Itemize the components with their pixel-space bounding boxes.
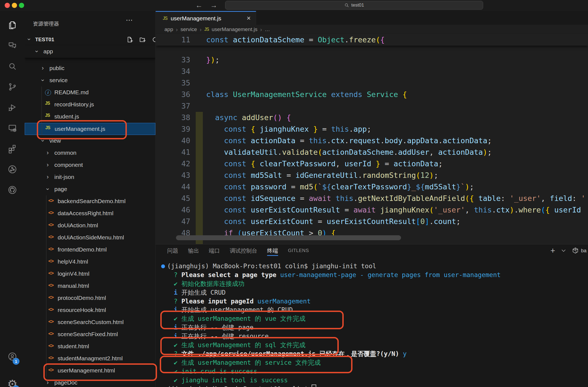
close-window-button[interactable] bbox=[5, 3, 10, 8]
tree-item-service[interactable]: ›service bbox=[25, 74, 155, 87]
indent-guide bbox=[46, 195, 46, 208]
code-line-45[interactable]: 45 const idSequence = await this.getNext… bbox=[156, 193, 588, 204]
activity-chat-icon[interactable] bbox=[0, 37, 25, 54]
panel-tab-输出[interactable]: 输出 bbox=[188, 244, 199, 257]
chevron-right-icon: › bbox=[47, 162, 49, 168]
tree-item-common[interactable]: ›common bbox=[25, 147, 155, 159]
line-number: 44 bbox=[156, 181, 190, 193]
shell-label: ba bbox=[581, 248, 587, 254]
activity-settings-icon[interactable]: ⚙1 bbox=[0, 375, 25, 387]
terminal-dropdown-icon[interactable] bbox=[561, 249, 566, 252]
tree-item-backendSearchDemo-html[interactable]: <>backendSearchDemo.html bbox=[25, 195, 155, 208]
code-line-34[interactable]: 34 bbox=[156, 66, 588, 77]
indent-guide bbox=[46, 232, 46, 244]
minimize-window-button[interactable] bbox=[12, 3, 17, 8]
breadcrumb[interactable]: app›service›JSuserManagement.js›… bbox=[164, 25, 270, 34]
line-number: 47 bbox=[156, 216, 190, 227]
tree-item-public[interactable]: ›public bbox=[25, 62, 155, 74]
annotation-box-usermanagement-js bbox=[37, 120, 127, 139]
activity-run-debug-icon[interactable] bbox=[0, 99, 25, 116]
code-line-42[interactable]: 42 const { clearTextPassword, userId } =… bbox=[156, 158, 588, 170]
tree-item-helpV4-html[interactable]: <>helpV4.html bbox=[25, 256, 155, 268]
panel-tab-端口[interactable]: 端口 bbox=[209, 244, 220, 257]
panel-tab-终端[interactable]: 终端 bbox=[267, 244, 278, 257]
code-line-46[interactable]: 46 const userExistCountResult = await ji… bbox=[156, 204, 588, 216]
terminal-instance-item[interactable]: $ ba bbox=[572, 247, 587, 254]
tree-item-studentManagment2-html[interactable]: <>studentManagment2.html bbox=[25, 353, 155, 365]
indent-guide bbox=[46, 328, 46, 341]
tree-item-resourceHook-html[interactable]: <>resourceHook.html bbox=[25, 304, 155, 316]
new-terminal-button[interactable]: + bbox=[550, 246, 555, 255]
panel-actions: + $ ba bbox=[550, 244, 587, 257]
navigate-forward-button[interactable]: → bbox=[210, 0, 217, 10]
tree-item-README-md[interactable]: iREADME.md bbox=[25, 87, 155, 99]
chevron-down-icon: › bbox=[45, 188, 51, 190]
command-decoration-dot[interactable] bbox=[161, 264, 165, 268]
tree-item-loginV4-html[interactable]: <>loginV4.html bbox=[25, 268, 155, 280]
indent-guide bbox=[46, 220, 46, 232]
tree-item-init-json[interactable]: ›init-json bbox=[25, 171, 155, 183]
tree-item-sceneSearchCustom-html[interactable]: <>sceneSearchCustom.html bbox=[25, 316, 155, 328]
html-file-icon: <> bbox=[48, 319, 53, 325]
tree-item-page[interactable]: ›page bbox=[25, 183, 155, 195]
code-line-35[interactable]: 35 bbox=[156, 77, 588, 89]
code-line-38[interactable]: 38 async addUser() { bbox=[156, 112, 588, 123]
tree-item-doUiAction-html[interactable]: <>doUiAction.html bbox=[25, 220, 155, 232]
title-bar: ← → test01 bbox=[0, 0, 588, 11]
tree-item-sceneSearchFixed-html[interactable]: <>sceneSearchFixed.html bbox=[25, 328, 155, 341]
tree-item-frontendDemo-html[interactable]: <>frontendDemo.html bbox=[25, 244, 155, 256]
code-line-41[interactable]: 41 validateUtil.validate(actionDataSchem… bbox=[156, 146, 588, 158]
activity-source-control-icon[interactable] bbox=[0, 78, 25, 95]
html-file-icon: <> bbox=[48, 306, 53, 313]
breadcrumb-item[interactable]: service bbox=[180, 26, 197, 32]
terminal-line: i 开始生成 CRUD bbox=[156, 288, 588, 297]
terminal-line: ✔ jianghu init tool is success bbox=[156, 376, 588, 385]
terminal-line: ? Please input pageId userManagement bbox=[156, 297, 588, 306]
breadcrumb-item[interactable]: app bbox=[164, 26, 173, 32]
breadcrumb-tail[interactable]: … bbox=[265, 26, 270, 32]
tree-item-student-html[interactable]: <>student.html bbox=[25, 341, 155, 353]
panel-tab-问题[interactable]: 问题 bbox=[167, 244, 178, 257]
breadcrumb-item[interactable]: userManagement.js bbox=[212, 26, 257, 32]
horizontal-scrollbar[interactable] bbox=[176, 235, 401, 240]
code-line-33[interactable]: 33}); bbox=[156, 54, 588, 66]
code-line-44[interactable]: 44 const password = md5(`${clearTextPass… bbox=[156, 181, 588, 193]
sticky-scroll-line[interactable]: 11const actionDataScheme = Object.freeze… bbox=[156, 34, 588, 46]
close-tab-icon[interactable]: ✕ bbox=[247, 15, 251, 21]
code-line-47[interactable]: 47 const userExistCount = userExistCount… bbox=[156, 216, 588, 227]
chevron-right-icon: › bbox=[47, 174, 49, 180]
html-file-icon: <> bbox=[48, 331, 53, 337]
tree-item-doUiActionSideMenu-html[interactable]: <>doUiActionSideMenu.html bbox=[25, 232, 155, 244]
zoom-window-button[interactable] bbox=[19, 3, 24, 8]
activity-extensions-icon[interactable] bbox=[0, 140, 25, 157]
tab-usermanagement-js[interactable]: JS userManagement.js ✕ bbox=[156, 11, 256, 25]
line-number: 39 bbox=[156, 123, 190, 135]
html-file-icon: <> bbox=[48, 282, 53, 288]
tree-item-recordHistory-js[interactable]: JSrecordHistory.js bbox=[25, 99, 155, 111]
tree-item-component[interactable]: ›component bbox=[25, 159, 155, 171]
panel-tab-gitlens[interactable]: GITLENS bbox=[288, 244, 309, 257]
tree-item-manual-html[interactable]: <>manual.html bbox=[25, 280, 155, 292]
tree-item-protocolDemo-html[interactable]: <>protocolDemo.html bbox=[25, 292, 155, 304]
code-line-43[interactable]: 43 const md5Salt = idGenerateUtil.random… bbox=[156, 170, 588, 181]
code-line-36[interactable]: 36class UserManagementService extends Se… bbox=[156, 89, 588, 100]
tree-item-app-sticky[interactable]: ›app bbox=[25, 46, 155, 58]
tree-item-dataAccessRight-html[interactable]: <>dataAccessRight.html bbox=[25, 208, 155, 220]
indent-guide bbox=[46, 316, 46, 328]
activity-explorer-icon[interactable] bbox=[0, 16, 25, 34]
panel-tab-调试控制台[interactable]: 调试控制台 bbox=[230, 244, 257, 257]
activity-accounts-icon[interactable]: 1 bbox=[0, 348, 25, 365]
code-line-39[interactable]: 39 const { jianghuKnex } = this.app; bbox=[156, 123, 588, 135]
navigate-back-button[interactable]: ← bbox=[195, 0, 203, 10]
editor-tab-bar: JS userManagement.js ✕ bbox=[156, 11, 588, 25]
terminal-line: ✔ 初始化数据库连接成功 bbox=[156, 280, 588, 288]
indent-guide bbox=[41, 87, 42, 99]
command-center-search[interactable]: test01 bbox=[225, 1, 483, 10]
code-line-40[interactable]: 40 const actionData = this.ctx.request.b… bbox=[156, 135, 588, 146]
activity-search-icon[interactable] bbox=[0, 58, 25, 75]
activity-live-share-icon[interactable] bbox=[0, 161, 25, 178]
activity-github-icon[interactable] bbox=[0, 181, 25, 198]
tree-item-label: service bbox=[49, 77, 68, 84]
code-line-37[interactable]: 37 bbox=[156, 100, 588, 112]
activity-remote-explorer-icon[interactable] bbox=[0, 120, 25, 137]
